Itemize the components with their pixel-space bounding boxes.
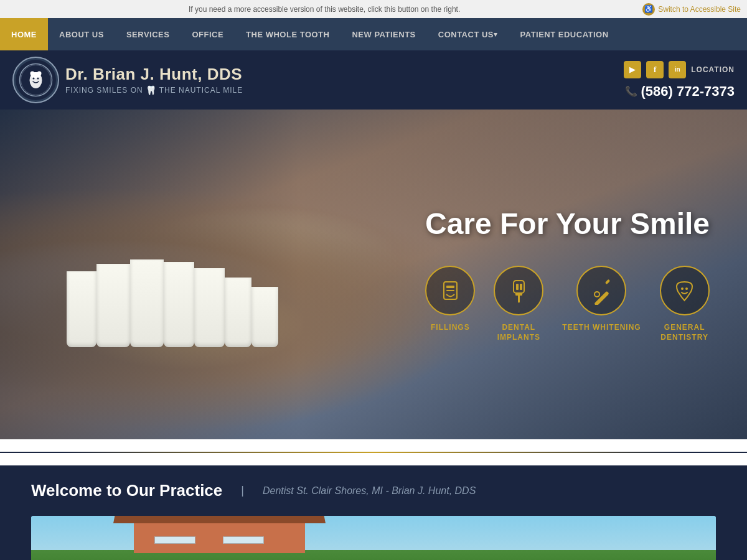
tagline-text2: THE NAUTICAL MILE <box>159 86 243 95</box>
fillings-svg <box>436 276 464 304</box>
svg-rect-9 <box>446 285 454 287</box>
svg-rect-15 <box>594 291 609 304</box>
svg-point-3 <box>31 72 35 76</box>
service-implants[interactable]: DENTALIMPLANTS <box>494 266 543 342</box>
svg-point-5 <box>33 78 35 80</box>
section-divider <box>62 452 685 453</box>
building-roof <box>113 516 326 523</box>
practice-title: Dr. Brian J. Hunt, DDS <box>65 65 243 84</box>
welcome-title: Welcome to Our Practice <box>31 481 222 500</box>
general-label: GENERALDENTISTRY <box>660 323 708 342</box>
window-2 <box>223 536 264 544</box>
tooth-7 <box>251 287 278 347</box>
tooth-3 <box>130 259 164 347</box>
nav-home[interactable]: HOME <box>0 18 48 50</box>
header-right: ▶ f in LOCATION 📞 (586) 772-7373 <box>624 61 735 100</box>
phone-display: 📞 (586) 772-7373 <box>625 83 735 100</box>
implants-label: DENTALIMPLANTS <box>497 323 540 342</box>
service-general[interactable]: GENERALDENTISTRY <box>660 266 710 342</box>
whitening-label: TEETH WHITENING <box>562 323 641 333</box>
nav-new-patients[interactable]: NEW PATIENTS <box>341 18 426 50</box>
whitening-svg <box>588 276 616 304</box>
svg-point-17 <box>594 291 599 296</box>
welcome-separator: | <box>241 484 244 497</box>
welcome-section: Welcome to Our Practice | Dentist St. Cl… <box>0 465 747 516</box>
svg-point-4 <box>37 72 42 76</box>
welcome-subtitle: Dentist St. Clair Shores, MI - Brian J. … <box>263 485 476 497</box>
nav-whole-tooth[interactable]: THE WHOLE TOOTH <box>235 18 341 50</box>
fillings-label: FILLINGS <box>431 323 470 333</box>
facebook-button[interactable]: f <box>646 61 664 78</box>
svg-rect-11 <box>514 280 524 292</box>
hero-content: Care For Your Smile FILLINGS <box>425 207 710 342</box>
main-nav: HOME ABOUT US SERVICES OFFICE THE WHOLE … <box>0 18 747 50</box>
logo-area: Dr. Brian J. Hunt, DDS FIXING SMILES ON … <box>12 57 243 103</box>
svg-rect-10 <box>446 289 454 291</box>
svg-rect-12 <box>516 283 519 289</box>
building-image <box>31 516 716 560</box>
tooth-5 <box>194 268 225 347</box>
service-whitening[interactable]: TEETH WHITENING <box>562 266 641 342</box>
linkedin-button[interactable]: in <box>669 61 686 78</box>
social-location-row: ▶ f in LOCATION <box>624 61 735 78</box>
phone-number-text: (586) 772-7373 <box>641 83 735 100</box>
fillings-icon <box>425 266 475 315</box>
svg-point-18 <box>681 287 684 289</box>
svg-rect-13 <box>520 283 522 289</box>
svg-point-19 <box>685 287 688 289</box>
tagline-text1: FIXING SMILES ON <box>65 86 143 95</box>
nav-contact[interactable]: CONTACT US <box>427 18 509 50</box>
tooth-1 <box>67 271 97 347</box>
accessible-site-label: Switch to Accessible Site <box>658 5 741 14</box>
nav-office[interactable]: OFFICE <box>181 18 235 50</box>
hero-title: Care For Your Smile <box>425 207 710 241</box>
svg-point-6 <box>37 78 39 80</box>
general-svg <box>670 276 698 304</box>
nav-patient-education[interactable]: PATIENT EDUCATION <box>509 18 620 50</box>
hero-services-row: FILLINGS DENTALIMPLANTS <box>425 266 710 342</box>
implants-icon <box>494 266 543 315</box>
window-1 <box>154 536 195 544</box>
practice-name-area: Dr. Brian J. Hunt, DDS FIXING SMILES ON … <box>65 65 243 95</box>
logo-inner <box>16 60 56 100</box>
service-fillings[interactable]: FILLINGS <box>425 266 475 342</box>
site-header: Dr. Brian J. Hunt, DDS FIXING SMILES ON … <box>0 50 747 110</box>
phone-icon: 📞 <box>625 85 637 97</box>
tooth-4 <box>164 262 194 347</box>
accessibility-bar: If you need a more accessible version of… <box>0 0 747 18</box>
whitening-icon <box>576 266 626 315</box>
youtube-button[interactable]: ▶ <box>624 61 641 78</box>
implants-svg <box>505 276 533 304</box>
general-icon <box>660 266 710 315</box>
location-button[interactable]: LOCATION <box>691 65 735 74</box>
accessibility-message: If you need a more accessible version of… <box>6 5 642 14</box>
logo-svg <box>19 63 53 97</box>
tooth-icon: 🦷 <box>146 85 157 95</box>
tooth-6 <box>225 278 251 347</box>
practice-tagline: FIXING SMILES ON 🦷 THE NAUTICAL MILE <box>65 85 243 95</box>
tooth-2 <box>96 264 130 347</box>
hero-teeth-visual <box>60 254 396 347</box>
building-preview <box>0 516 747 560</box>
accessibility-icon: ♿ <box>642 3 655 16</box>
logo-circle <box>12 57 59 103</box>
nav-services[interactable]: SERVICES <box>115 18 181 50</box>
accessible-site-link[interactable]: ♿ Switch to Accessible Site <box>642 3 741 16</box>
hero-section: Care For Your Smile FILLINGS <box>0 110 747 439</box>
nav-about[interactable]: ABOUT US <box>48 18 115 50</box>
svg-rect-16 <box>605 279 610 284</box>
